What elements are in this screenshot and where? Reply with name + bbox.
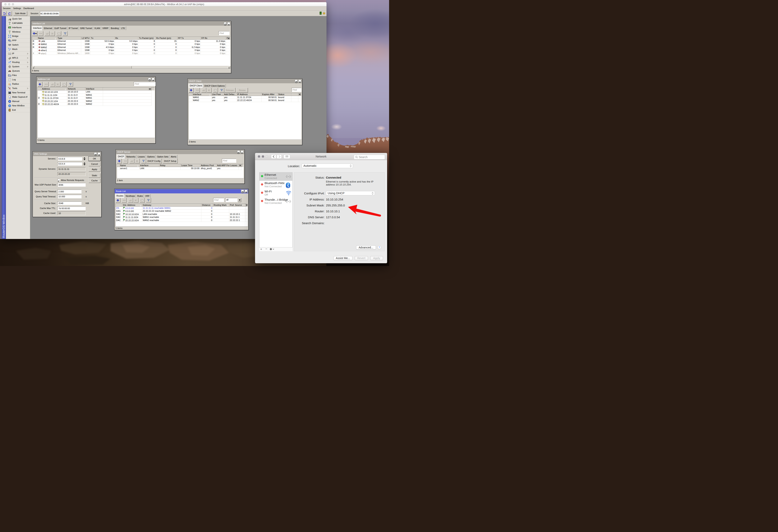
svg-text:255: 255 xyxy=(8,53,11,55)
svg-text:?: ? xyxy=(9,101,10,103)
